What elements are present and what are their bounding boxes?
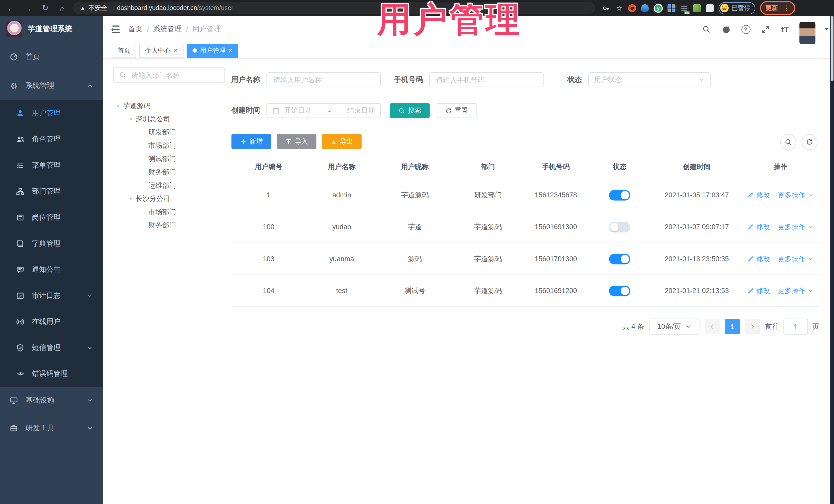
- more-actions-link[interactable]: 更多操作: [777, 190, 805, 200]
- column-header[interactable]: 用户编号: [232, 162, 306, 172]
- tree-node[interactable]: 市场部门: [113, 205, 225, 219]
- font-size-icon[interactable]: tT: [780, 24, 790, 35]
- date-range-picker[interactable]: 开始日期 - 结束日期: [266, 103, 381, 118]
- update-button[interactable]: 更新 ⋮: [760, 1, 795, 15]
- help-icon[interactable]: ?: [740, 24, 751, 35]
- ubuntu-icon[interactable]: [628, 4, 636, 12]
- dept-search-input[interactable]: [130, 70, 219, 80]
- proxy-icon[interactable]: on: [680, 4, 688, 12]
- import-button[interactable]: 导入: [277, 134, 316, 149]
- table-row[interactable]: 104test测试号芋道源码156016912002021-01-21 02:1…: [232, 275, 819, 306]
- sidebar-item-12[interactable]: </>错误码管理: [0, 360, 103, 387]
- chevron-down-icon[interactable]: [825, 28, 829, 32]
- page-size-select[interactable]: 10条/页: [650, 319, 700, 335]
- star-icon[interactable]: ☆: [615, 4, 623, 12]
- github-icon[interactable]: [721, 24, 731, 35]
- status-toggle[interactable]: [609, 254, 630, 264]
- username-input[interactable]: [272, 75, 375, 84]
- fullscreen-icon[interactable]: [760, 24, 771, 35]
- sidebar-item-7[interactable]: 字典管理: [0, 230, 103, 256]
- prev-page-button[interactable]: [705, 319, 720, 334]
- column-header[interactable]: 部门: [452, 162, 524, 172]
- tab-首页[interactable]: 首页: [112, 43, 136, 58]
- sidebar-item-2[interactable]: 用户管理: [0, 100, 103, 126]
- sidebar-item-4[interactable]: 菜单管理: [0, 152, 103, 178]
- edit-link[interactable]: 修改: [756, 286, 770, 295]
- sidebar-item-0[interactable]: 首页: [0, 43, 103, 71]
- reload-icon[interactable]: ↻: [41, 3, 50, 13]
- edit-link[interactable]: 修改: [756, 222, 770, 232]
- mobile-input[interactable]: [435, 75, 537, 84]
- sidebar-item-6[interactable]: 岗位管理: [0, 204, 103, 231]
- scrollbar-thumb[interactable]: [831, 16, 833, 81]
- back-icon[interactable]: ←: [6, 3, 16, 12]
- sidebar-fold-icon[interactable]: [110, 25, 119, 34]
- column-header[interactable]: 手机号码: [524, 162, 588, 172]
- tree-node[interactable]: ▾长沙分公司: [113, 192, 225, 205]
- puzzle-icon[interactable]: [706, 4, 714, 12]
- sidebar-item-10[interactable]: 在线用户: [0, 308, 103, 335]
- tab-个人中心[interactable]: 个人中心×: [139, 43, 183, 58]
- forward-icon[interactable]: →: [23, 3, 33, 12]
- more-actions-link[interactable]: 更多操作: [777, 286, 805, 295]
- show-search-button[interactable]: [781, 134, 796, 150]
- more-actions-link[interactable]: 更多操作: [777, 254, 805, 264]
- next-page-button[interactable]: [745, 319, 760, 334]
- status-toggle[interactable]: [609, 221, 630, 232]
- window-scrollbar[interactable]: [830, 16, 834, 504]
- status-toggle[interactable]: [609, 190, 630, 200]
- column-header[interactable]: 操作: [742, 162, 819, 172]
- tree-node[interactable]: 财务部门: [113, 219, 225, 232]
- app-logo-block[interactable]: 芋道管理系统: [0, 16, 103, 43]
- sidebar-item-14[interactable]: 研发工具: [0, 414, 103, 442]
- tree-expand-caret-icon[interactable]: ▾: [126, 196, 135, 202]
- home-icon[interactable]: ⌂: [58, 3, 67, 12]
- yudao-icon[interactable]: y: [654, 3, 663, 12]
- kebab-menu-icon[interactable]: ⋮: [783, 4, 790, 12]
- tree-expand-caret-icon[interactable]: ▾: [113, 103, 123, 109]
- sidebar-item-8[interactable]: 通知公告: [0, 256, 103, 283]
- search-icon[interactable]: [701, 24, 711, 35]
- tree-node[interactable]: 测试部门: [113, 152, 225, 166]
- page-number-1[interactable]: 1: [725, 319, 740, 334]
- sidebar-item-3[interactable]: 角色管理: [0, 126, 103, 152]
- tree-node[interactable]: 市场部门: [113, 139, 225, 152]
- tree-expand-caret-icon[interactable]: ▾: [126, 116, 135, 122]
- drop-icon[interactable]: [641, 4, 649, 12]
- sidebar-item-1[interactable]: ⚙系统管理: [0, 71, 103, 100]
- sidebar-item-9[interactable]: 审计日志: [0, 283, 103, 309]
- breadcrumb-item[interactable]: 首页: [128, 24, 143, 34]
- tree-node[interactable]: 运维部门: [113, 179, 225, 192]
- sidebar-item-5[interactable]: 部门管理: [0, 178, 103, 204]
- close-icon[interactable]: ×: [229, 47, 233, 53]
- close-icon[interactable]: ×: [174, 47, 178, 53]
- export-button[interactable]: 导出: [322, 134, 361, 149]
- refresh-table-button[interactable]: [802, 134, 817, 150]
- tab-用户管理[interactable]: 用户管理×: [187, 43, 238, 58]
- profile-pill[interactable]: 已暂停: [719, 2, 755, 14]
- tree-node[interactable]: 财务部门: [113, 166, 225, 179]
- breadcrumb-item[interactable]: 系统管理: [153, 24, 182, 34]
- edit-link[interactable]: 修改: [756, 190, 770, 200]
- tree-node[interactable]: 研发部门: [113, 126, 225, 139]
- table-row[interactable]: 1admin芋道源码研发部门156123456782021-01-05 17:0…: [232, 179, 819, 211]
- blocks-icon[interactable]: [667, 4, 675, 12]
- tree-node[interactable]: ▾深圳总公司: [113, 112, 225, 126]
- column-header[interactable]: 用户昵称: [378, 162, 452, 172]
- table-row[interactable]: 100yudao芋道芋道源码156016913002021-01-07 09:0…: [232, 211, 819, 243]
- status-select[interactable]: 用户状态: [588, 72, 710, 87]
- sidebar-item-13[interactable]: 基础设施: [0, 387, 103, 414]
- user-avatar[interactable]: [799, 22, 815, 44]
- status-toggle[interactable]: [609, 285, 630, 296]
- column-header[interactable]: 创建时间: [652, 162, 742, 172]
- key-icon[interactable]: [601, 4, 610, 12]
- sidebar-item-11[interactable]: 短信管理: [0, 335, 103, 361]
- edit-link[interactable]: 修改: [756, 254, 770, 264]
- tree-node[interactable]: ▾芋道源码: [113, 99, 225, 112]
- search-button[interactable]: 搜索: [390, 103, 430, 118]
- goto-page-input[interactable]: [784, 319, 808, 335]
- add-button[interactable]: 新增: [232, 134, 271, 149]
- more-actions-link[interactable]: 更多操作: [777, 222, 805, 232]
- column-header[interactable]: 状态: [588, 162, 652, 172]
- column-header[interactable]: 用户名称: [306, 162, 378, 172]
